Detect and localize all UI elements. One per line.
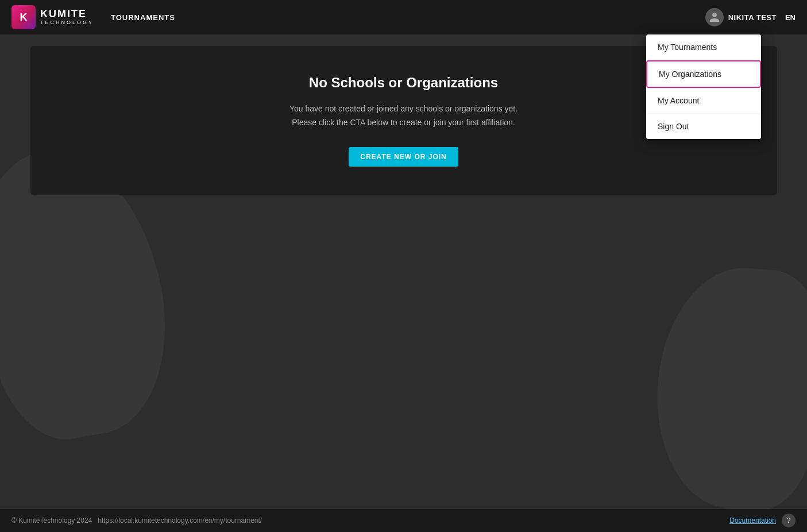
header-right: NIKITA TEST EN xyxy=(705,8,796,26)
footer-copyright: © KumiteTechnology 2024 xyxy=(11,516,92,525)
logo-technology: TECHNOLOGY xyxy=(40,20,94,26)
user-avatar-icon xyxy=(705,8,724,26)
footer: © KumiteTechnology 2024 https://local.ku… xyxy=(0,509,807,532)
user-info[interactable]: NIKITA TEST xyxy=(705,8,777,26)
language-selector[interactable]: EN xyxy=(785,13,796,22)
dropdown-my-organizations[interactable]: My Organizations xyxy=(646,60,761,88)
dropdown-my-account[interactable]: My Account xyxy=(646,88,761,114)
logo[interactable]: K KUMITE TECHNOLOGY xyxy=(11,5,94,29)
nav-tournaments[interactable]: TOURNAMENTS xyxy=(111,13,175,22)
bg-shape-right xyxy=(647,261,807,509)
create-new-or-join-button[interactable]: CREATE NEW OR JOIN xyxy=(349,147,458,167)
logo-kumite: KUMITE xyxy=(40,9,94,20)
user-name-label: NIKITA TEST xyxy=(728,13,777,22)
documentation-link[interactable]: Documentation xyxy=(729,516,776,525)
header-left: K KUMITE TECHNOLOGY TOURNAMENTS xyxy=(11,5,175,29)
logo-icon: K xyxy=(11,5,36,29)
footer-right: Documentation ? xyxy=(729,514,796,527)
logo-text: KUMITE TECHNOLOGY xyxy=(40,9,94,26)
dropdown-sign-out[interactable]: Sign Out xyxy=(646,114,761,139)
header: K KUMITE TECHNOLOGY TOURNAMENTS NIKITA T… xyxy=(0,0,807,34)
footer-url: https://local.kumitetechnology.com/en/my… xyxy=(98,516,262,525)
card-description-line2: Please click the CTA below to create or … xyxy=(292,118,515,127)
help-icon[interactable]: ? xyxy=(782,514,796,527)
dropdown-my-tournaments[interactable]: My Tournaments xyxy=(646,34,761,60)
dropdown-menu: My Tournaments My Organizations My Accou… xyxy=(646,34,761,139)
footer-left: © KumiteTechnology 2024 https://local.ku… xyxy=(11,516,262,525)
card-description-line1: You have not created or joined any schoo… xyxy=(289,104,518,113)
